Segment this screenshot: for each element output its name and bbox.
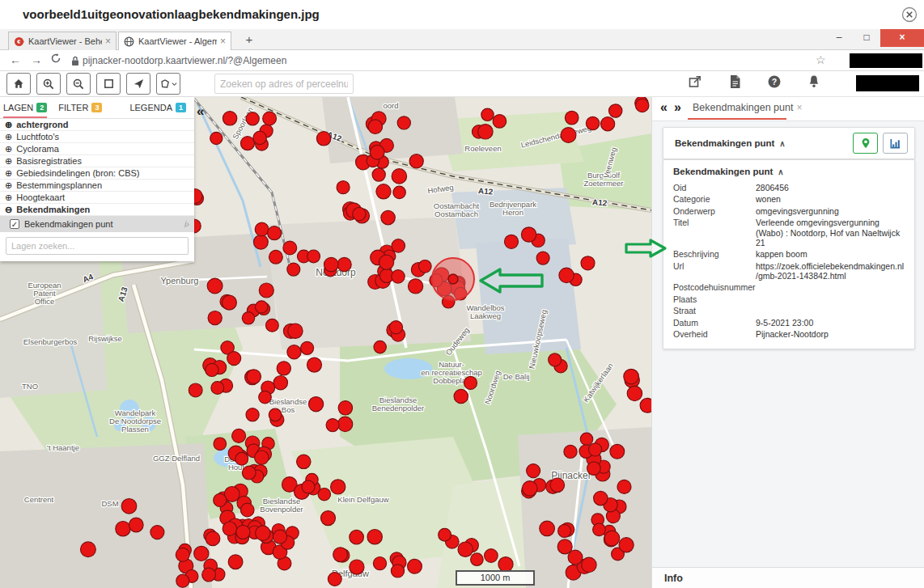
notifications-button[interactable] <box>805 74 823 93</box>
tab-close-icon[interactable]: × <box>105 36 111 47</box>
map-marker[interactable] <box>601 117 615 131</box>
map-marker[interactable] <box>241 137 255 150</box>
map-marker[interactable] <box>604 531 620 546</box>
map-marker[interactable] <box>259 283 273 298</box>
map-marker[interactable] <box>176 574 189 587</box>
map-marker[interactable] <box>247 370 261 384</box>
map-marker[interactable] <box>326 419 339 432</box>
map-marker[interactable] <box>331 480 345 494</box>
map-marker[interactable] <box>263 112 277 125</box>
map-marker[interactable] <box>81 542 96 557</box>
map-marker[interactable] <box>408 279 422 294</box>
map-marker[interactable] <box>393 186 405 198</box>
layer-item-bekendmakingen[interactable]: ⊖ Bekendmakingen <box>0 204 194 216</box>
expand-circle-icon[interactable]: ⊕ <box>5 169 12 178</box>
map-marker[interactable] <box>376 184 391 199</box>
map-marker[interactable] <box>464 376 477 389</box>
feature-tab[interactable]: Bekendmakingen punt× <box>693 102 802 113</box>
map-marker[interactable] <box>565 111 579 125</box>
expand-circle-icon[interactable]: ⊕ <box>5 145 12 154</box>
reload-icon[interactable] <box>50 53 61 66</box>
map-marker[interactable] <box>214 493 227 506</box>
browser-tab-beheer[interactable]: KaartViewer - Beheer × <box>8 32 117 50</box>
map-marker[interactable] <box>558 524 571 537</box>
map-marker[interactable] <box>409 154 423 168</box>
map-marker[interactable] <box>206 363 218 376</box>
attributes-section-toggle[interactable]: Bekendmakingen punt∧ <box>673 167 905 176</box>
layer-item-hoogtekaart[interactable]: ⊕ Hoogtekaart <box>0 192 194 204</box>
map-marker[interactable] <box>176 548 189 561</box>
map-marker[interactable] <box>505 235 519 248</box>
map-marker[interactable] <box>580 433 592 445</box>
zoom-out-button[interactable] <box>66 73 91 95</box>
map-marker[interactable] <box>255 222 269 236</box>
map-marker[interactable] <box>617 480 631 493</box>
map-marker[interactable] <box>273 376 287 390</box>
map-marker[interactable] <box>318 489 330 501</box>
map-marker[interactable] <box>454 389 468 403</box>
tab-close-icon[interactable]: × <box>220 36 226 47</box>
map-marker[interactable] <box>521 227 536 242</box>
map-marker[interactable] <box>116 522 130 536</box>
map-marker[interactable] <box>481 108 494 121</box>
draw-extent-button[interactable] <box>96 73 121 95</box>
zoom-in-button[interactable] <box>36 73 61 95</box>
map-marker[interactable] <box>594 491 608 505</box>
map-marker[interactable] <box>202 568 216 582</box>
map-marker[interactable] <box>392 239 405 252</box>
map-marker[interactable] <box>392 169 406 184</box>
map-marker[interactable] <box>206 531 220 546</box>
map-marker[interactable] <box>283 241 297 255</box>
map-marker[interactable] <box>568 550 583 565</box>
map-marker[interactable] <box>207 278 223 294</box>
map-marker[interactable] <box>353 207 366 220</box>
map-marker[interactable] <box>321 511 336 526</box>
map-marker[interactable] <box>316 132 330 146</box>
map-marker[interactable] <box>214 438 227 451</box>
expand-circle-icon[interactable]: ⊕ <box>5 181 12 190</box>
close-icon[interactable] <box>901 6 918 23</box>
map-marker[interactable] <box>268 226 282 240</box>
map-marker[interactable] <box>609 104 622 117</box>
map-marker[interactable] <box>559 268 574 282</box>
map-marker[interactable] <box>328 573 341 586</box>
map-marker[interactable] <box>235 452 248 465</box>
layer-item-gebiedsindelingen-bron-cbs-[interactable]: ⊕ Gebiedsindelingen (bron: CBS) <box>0 167 194 180</box>
map-marker[interactable] <box>246 112 259 125</box>
map-marker[interactable] <box>253 131 266 144</box>
map-marker[interactable] <box>301 341 314 354</box>
forward-icon[interactable]: → <box>31 53 42 66</box>
map-marker[interactable] <box>367 530 382 544</box>
zoom-to-feature-button[interactable] <box>853 133 878 154</box>
map-marker[interactable] <box>232 429 246 442</box>
map-marker[interactable] <box>640 398 651 412</box>
layer-info-icon[interactable]: i› <box>184 219 189 229</box>
map-marker[interactable] <box>256 526 270 540</box>
map-marker[interactable] <box>223 522 236 535</box>
map-marker[interactable] <box>619 538 634 552</box>
map-marker[interactable] <box>540 521 555 536</box>
map-marker[interactable] <box>236 525 250 539</box>
map-marker[interactable] <box>379 255 394 269</box>
selected-marker[interactable] <box>432 258 474 300</box>
locate-button[interactable] <box>126 73 150 95</box>
map-marker[interactable] <box>269 408 282 421</box>
feature-header-toggle[interactable]: Bekendmakingen punt∧ <box>675 138 786 148</box>
expand-circle-icon[interactable]: ⊕ <box>5 193 12 202</box>
map-marker[interactable] <box>337 417 352 431</box>
new-tab-button[interactable]: + <box>239 32 259 49</box>
map-marker[interactable] <box>338 401 352 415</box>
map-marker[interactable] <box>227 352 241 366</box>
left-panel-collapse-button[interactable]: « <box>197 104 204 120</box>
map-marker[interactable] <box>288 324 303 338</box>
map-marker[interactable] <box>493 115 507 129</box>
map-marker[interactable] <box>297 455 311 468</box>
map-marker[interactable] <box>564 445 577 458</box>
map-marker[interactable] <box>246 408 259 421</box>
info-bar[interactable]: Info <box>652 567 924 588</box>
map-marker[interactable] <box>256 301 268 313</box>
share-button[interactable] <box>686 74 704 93</box>
map-marker[interactable] <box>259 391 272 404</box>
map-marker[interactable] <box>536 252 549 264</box>
layer-item-cyclorama[interactable]: ⊕ Cyclorama <box>0 143 194 155</box>
